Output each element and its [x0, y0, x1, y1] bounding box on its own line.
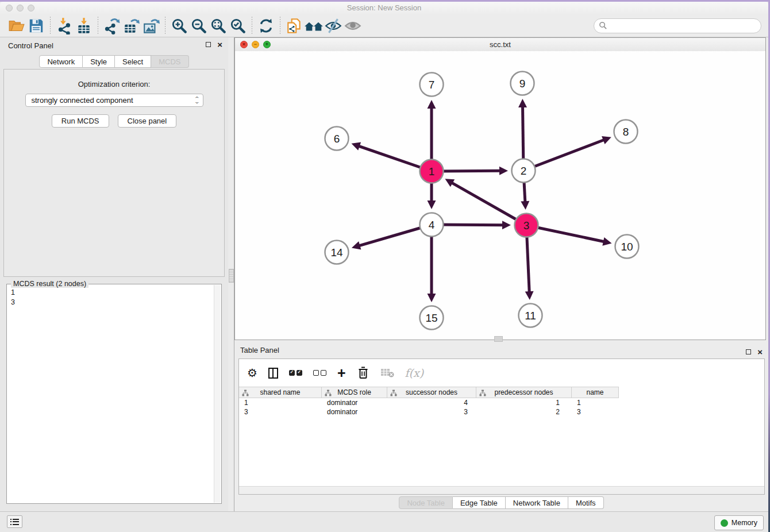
- column-header-name[interactable]: name: [572, 387, 619, 398]
- graph-node[interactable]: 4: [420, 213, 444, 237]
- network-window-titlebar[interactable]: × − + scc.txt: [235, 38, 765, 52]
- save-session-button[interactable]: [26, 17, 46, 35]
- network-canvas[interactable]: 1234678910111415: [235, 51, 765, 340]
- graph-edge[interactable]: [352, 142, 432, 171]
- table-row[interactable]: 3 dominator 3 2 3: [239, 407, 619, 417]
- table-settings-button[interactable]: ⚙: [247, 366, 257, 380]
- unselect-all-button[interactable]: [313, 370, 326, 376]
- table-panel-header: Table Panel ×: [234, 345, 768, 357]
- list-icon: [10, 524, 22, 525]
- tab-node-table[interactable]: Node Table: [399, 496, 453, 509]
- close-table-panel-icon[interactable]: ×: [757, 349, 763, 354]
- add-row-button[interactable]: +: [337, 367, 346, 379]
- graph-node[interactable]: 11: [519, 304, 542, 327]
- run-mcds-button[interactable]: Run MCDS: [52, 114, 109, 128]
- first-neighbors-button[interactable]: [304, 17, 324, 35]
- main-titlebar: Session: New Session: [0, 2, 768, 15]
- checked-box-icon: [297, 370, 302, 376]
- tab-network[interactable]: Network: [39, 55, 83, 68]
- graph-node[interactable]: 8: [614, 120, 638, 144]
- cell-shared-name[interactable]: 1: [239, 398, 322, 407]
- tab-network-table[interactable]: Network Table: [506, 496, 568, 509]
- search-field[interactable]: [594, 18, 761, 33]
- graph-edge[interactable]: [526, 225, 612, 246]
- vertical-splitter[interactable]: [228, 37, 234, 511]
- horizontal-splitter[interactable]: [234, 340, 768, 345]
- table-horizontal-scrollbar[interactable]: [239, 486, 764, 494]
- graph-node[interactable]: 3: [515, 214, 538, 237]
- column-header-successor-nodes[interactable]: successor nodes: [387, 387, 476, 398]
- export-network-button[interactable]: [102, 17, 122, 35]
- import-table-button[interactable]: [74, 17, 94, 35]
- svg-text:2: 2: [521, 165, 527, 177]
- tab-motifs[interactable]: Motifs: [568, 496, 604, 509]
- graph-node[interactable]: 10: [615, 235, 639, 259]
- show-all-button[interactable]: [343, 17, 363, 35]
- tab-edge-table[interactable]: Edge Table: [453, 496, 506, 509]
- cell-shared-name[interactable]: 3: [239, 407, 322, 417]
- hierarchy-icon: [325, 390, 332, 396]
- refresh-button[interactable]: [256, 17, 276, 35]
- delete-table-button[interactable]: [380, 367, 394, 379]
- export-table-button[interactable]: [122, 17, 141, 35]
- cell-successor-nodes[interactable]: 3: [387, 407, 476, 417]
- graph-edge[interactable]: [445, 179, 526, 225]
- cell-mcds-role[interactable]: dominator: [322, 398, 387, 407]
- cell-name[interactable]: 1: [572, 398, 619, 407]
- cell-predecessor-nodes[interactable]: 2: [476, 407, 572, 417]
- zoom-in-button[interactable]: [170, 17, 189, 35]
- tab-select[interactable]: Select: [115, 55, 151, 68]
- mcds-result-text[interactable]: 1 3: [7, 284, 221, 307]
- mcds-result-title: MCDS result (2 nodes): [11, 280, 88, 288]
- toolbar-separator: [280, 17, 280, 35]
- vertical-splitter-handle[interactable]: [229, 269, 234, 283]
- column-header-mcds-role[interactable]: MCDS role: [322, 387, 387, 398]
- select-all-button[interactable]: [289, 370, 302, 376]
- graph-node[interactable]: 1: [420, 160, 444, 183]
- checked-box-icon: [289, 370, 295, 376]
- graph-node[interactable]: 9: [511, 72, 534, 95]
- column-header-predecessor-nodes[interactable]: predecessor nodes: [476, 387, 572, 398]
- columns-icon: [268, 368, 278, 379]
- zoom-out-button[interactable]: [189, 17, 209, 35]
- delete-row-button[interactable]: [357, 366, 369, 380]
- export-image-button[interactable]: [141, 17, 161, 35]
- cell-successor-nodes[interactable]: 4: [387, 398, 476, 407]
- column-header-shared-name[interactable]: shared name: [239, 387, 322, 398]
- close-panel-button[interactable]: Close panel: [118, 114, 177, 128]
- import-network-button[interactable]: [55, 17, 74, 35]
- open-folder-icon: [8, 17, 25, 34]
- graph-node[interactable]: 15: [420, 306, 444, 330]
- delete-table-icon: [380, 367, 394, 379]
- open-session-button[interactable]: [7, 17, 26, 35]
- function-builder-button[interactable]: f(x): [405, 367, 424, 379]
- fx-icon: f(x): [405, 367, 424, 379]
- zoom-selected-button[interactable]: [228, 17, 248, 35]
- graph-node[interactable]: 7: [420, 73, 444, 97]
- table-row[interactable]: 1 dominator 4 1 1: [239, 398, 619, 407]
- memory-button[interactable]: Memory: [714, 515, 764, 530]
- copy-style-button[interactable]: [284, 17, 304, 35]
- criterion-select[interactable]: strongly connected component ⌃⌄: [25, 94, 203, 107]
- float-table-panel-icon[interactable]: [746, 349, 751, 354]
- graph-node[interactable]: 2: [512, 159, 536, 183]
- graph-node[interactable]: 6: [325, 127, 349, 151]
- search-input[interactable]: [611, 21, 756, 30]
- close-panel-icon[interactable]: ×: [217, 42, 222, 47]
- cell-name[interactable]: 3: [572, 407, 619, 417]
- cell-mcds-role[interactable]: dominator: [322, 407, 387, 417]
- graph-edge[interactable]: [523, 136, 611, 171]
- show-columns-button[interactable]: [268, 368, 278, 379]
- graph-node[interactable]: 14: [325, 241, 349, 264]
- task-history-button[interactable]: [7, 515, 22, 528]
- tab-mcds[interactable]: MCDS: [151, 55, 188, 68]
- result-scrollbar[interactable]: [214, 285, 221, 503]
- tab-style[interactable]: Style: [83, 55, 115, 68]
- graph-edge[interactable]: [352, 225, 432, 249]
- cell-predecessor-nodes[interactable]: 1: [476, 398, 572, 407]
- svg-text:6: 6: [334, 133, 340, 145]
- horizontal-splitter-handle[interactable]: [494, 336, 503, 342]
- hide-selected-button[interactable]: [324, 17, 343, 35]
- float-panel-icon[interactable]: [206, 42, 211, 47]
- zoom-fit-button[interactable]: [209, 17, 228, 35]
